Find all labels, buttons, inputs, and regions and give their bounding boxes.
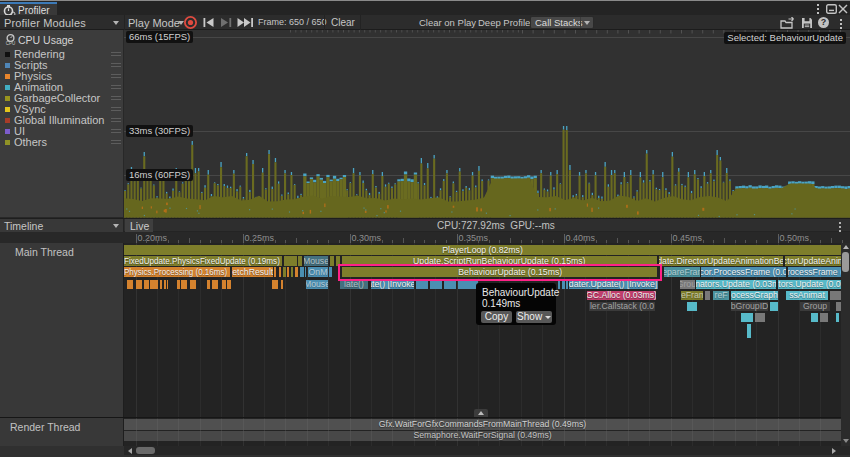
svg-text:CPU: CPU (6, 41, 16, 46)
